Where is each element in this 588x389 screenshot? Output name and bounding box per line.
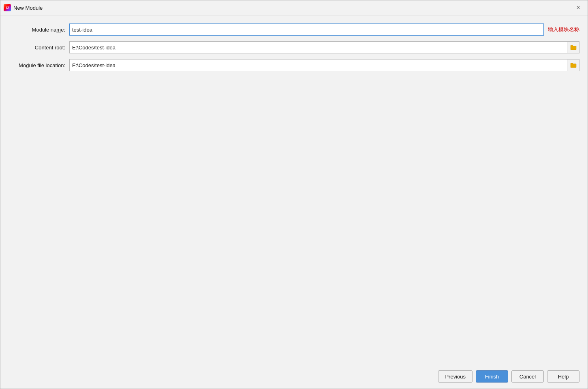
folder-icon — [570, 62, 577, 68]
module-name-hint: 输入模块名称 — [548, 26, 579, 33]
cancel-button[interactable]: Cancel — [511, 370, 544, 383]
module-name-label: Module name: — [9, 27, 69, 33]
new-module-dialog: IJ New Module × Module name: 输入模块名称 Cont… — [0, 0, 588, 389]
app-icon: IJ — [4, 4, 11, 11]
module-file-location-row: Module file location: — [9, 59, 579, 71]
module-name-input-wrapper: 输入模块名称 — [69, 23, 579, 36]
previous-button[interactable]: Previous — [438, 370, 473, 383]
module-file-location-input[interactable] — [69, 59, 567, 71]
intellij-logo: IJ — [4, 4, 11, 11]
module-file-location-label: Module file location: — [9, 62, 69, 68]
module-name-input[interactable] — [69, 23, 544, 36]
content-root-input[interactable] — [69, 41, 567, 53]
content-root-browse-button[interactable] — [567, 41, 579, 53]
close-button[interactable]: × — [572, 2, 584, 13]
finish-button[interactable]: Finish — [476, 370, 508, 383]
content-root-row: Content root: — [9, 41, 579, 53]
module-file-location-input-wrapper — [69, 59, 579, 71]
folder-icon — [570, 44, 577, 51]
content-root-input-wrapper — [69, 41, 579, 53]
content-root-label: Content root: — [9, 45, 69, 51]
module-name-row: Module name: 输入模块名称 — [9, 23, 579, 36]
dialog-title: New Module — [13, 5, 572, 11]
dialog-body: Module name: 输入模块名称 Content root: — [0, 15, 588, 364]
module-file-location-browse-button[interactable] — [567, 59, 579, 71]
help-button[interactable]: Help — [547, 370, 579, 383]
dialog-footer: Previous Finish Cancel Help — [0, 364, 588, 389]
title-bar: IJ New Module × — [0, 0, 588, 15]
